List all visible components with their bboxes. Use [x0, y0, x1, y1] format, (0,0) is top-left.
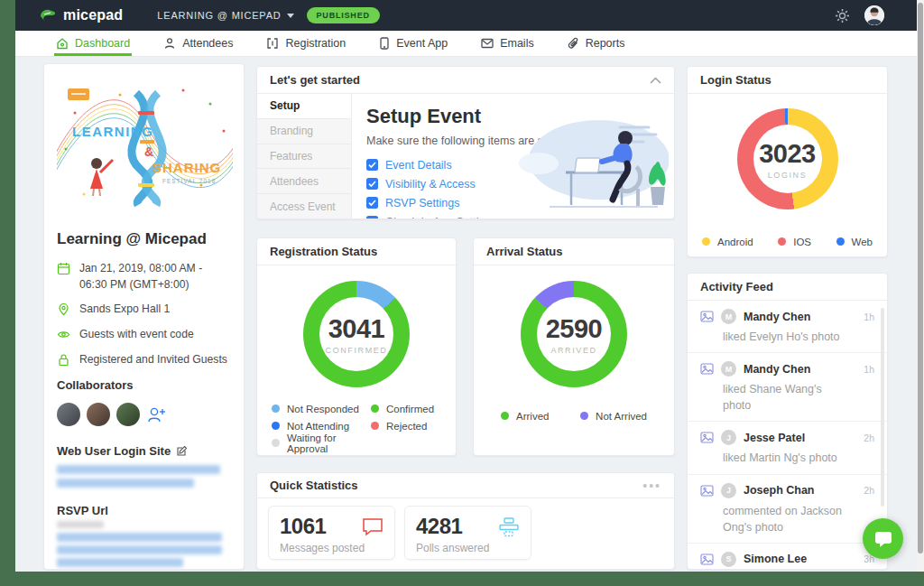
- collaborator-avatar[interactable]: [116, 403, 140, 426]
- user-avatar[interactable]: [864, 5, 884, 25]
- feed-item[interactable]: J Jesse Patel 2h liked Martin Ng's photo: [688, 422, 887, 474]
- page-scrollbar[interactable]: [917, 0, 924, 572]
- legend-label: Arrived: [516, 411, 549, 422]
- get-started-card: Let's get started SetupBrandingFeaturesA…: [256, 66, 675, 219]
- rsvp-url-redacted[interactable]: [57, 545, 222, 554]
- feed-scrollbar[interactable]: [881, 308, 884, 507]
- rsvp-url-redacted: [57, 521, 104, 528]
- checklist-link[interactable]: Check-In App Settings: [385, 216, 497, 220]
- feed-user-name: Mandy Chen: [744, 311, 810, 323]
- event-datetime-text: Jan 21, 2019, 08:00 AM - 06:30 PM (GMT+8…: [79, 261, 231, 293]
- tab-reports[interactable]: Reports: [566, 31, 627, 56]
- feed-action-text: commented on Jackson Ong's photo: [723, 503, 849, 535]
- banner-festival-label: FESTIVAL 2018: [162, 178, 216, 184]
- logins-label: LOGINS: [768, 171, 808, 180]
- phone-icon: [379, 37, 390, 50]
- stat-surveys-collected: 1598 Surveys collected: [268, 569, 395, 570]
- event-visibility: Guests with event code: [57, 327, 231, 343]
- legend-item: Waiting for Approval: [272, 434, 371, 451]
- tab-label: Attendees: [182, 37, 233, 50]
- collapse-chevron-icon[interactable]: [650, 77, 661, 84]
- feed-item[interactable]: M Mandy Chen 1h liked Shane Wang's photo: [688, 353, 887, 422]
- checked-checkbox-icon[interactable]: [366, 178, 378, 190]
- feed-user-name: Mandy Chen: [744, 363, 810, 376]
- arrival-status-title: Arrival Status: [486, 245, 563, 258]
- legend-item: Not Arrived: [580, 407, 647, 424]
- setup-illustration: [513, 107, 669, 214]
- setup-tab[interactable]: Attendees: [257, 169, 351, 194]
- edit-icon[interactable]: [176, 445, 188, 457]
- scrollbar-thumb[interactable]: [918, 3, 923, 553]
- event-access: Registered and Invited Guests: [57, 352, 231, 368]
- setup-tab[interactable]: Features: [257, 144, 351, 170]
- tab-emails[interactable]: Emails: [479, 31, 536, 56]
- tab-dashboard[interactable]: Dashboard: [54, 31, 132, 56]
- legend-item: Not Responded: [272, 400, 371, 417]
- feed-action-text: liked Shane Wang's photo: [723, 381, 849, 414]
- paperclip-icon: [568, 37, 579, 50]
- feed-item[interactable]: M Mandy Chen 1h liked Evelyn Ho's photo: [688, 301, 887, 353]
- legend-dot: [272, 422, 280, 430]
- stat-tile-cutoff: [404, 569, 531, 570]
- feed-avatar: M: [721, 309, 736, 324]
- tab-event-app[interactable]: Event App: [377, 31, 449, 56]
- event-access-text: Registered and Invited Guests: [79, 352, 227, 368]
- checked-checkbox-icon[interactable]: [366, 216, 378, 219]
- stat-label: Polls answered: [416, 542, 520, 554]
- photo-icon: [700, 311, 714, 322]
- checklist-link[interactable]: Visibility & Access: [385, 178, 476, 191]
- legend-item: Android: [702, 233, 753, 250]
- rsvp-url-redacted[interactable]: [57, 533, 222, 542]
- more-menu-icon[interactable]: •••: [642, 481, 661, 490]
- photo-icon: [700, 553, 714, 565]
- checked-checkbox-icon[interactable]: [366, 197, 378, 209]
- stat-polls-answered: 4281 Polls answered: [404, 506, 531, 560]
- feed-action-text: liked Martin Ng's photo: [723, 450, 849, 466]
- rsvp-url-redacted[interactable]: [57, 558, 183, 567]
- event-selector-label: LEARNING @ MICEPAD: [157, 10, 281, 21]
- event-visibility-text: Guests with event code: [79, 327, 194, 343]
- gear-icon[interactable]: [835, 8, 850, 23]
- tab-label: Registration: [285, 37, 346, 50]
- published-badge: PUBLISHED: [307, 7, 380, 23]
- setup-tab[interactable]: Setup: [257, 94, 351, 119]
- legend-label: Not Attending: [287, 421, 349, 432]
- web-login-url-redacted[interactable]: [57, 465, 220, 474]
- arrived-count: 2590: [546, 314, 603, 344]
- legend-dot: [580, 412, 588, 420]
- legend-dot: [272, 439, 280, 447]
- banner-word-sharing: SHARING: [152, 160, 221, 175]
- feed-item[interactable]: S Simone Lee 3h posted a new photo at Da…: [688, 544, 887, 570]
- legend-dot: [836, 237, 845, 246]
- checklist-link[interactable]: RSVP Settings: [385, 197, 459, 209]
- tab-attendees[interactable]: Attendees: [162, 31, 235, 56]
- setup-tabs: SetupBrandingFeaturesAttendeesAccess Eve…: [257, 94, 352, 219]
- checked-checkbox-icon[interactable]: [366, 159, 378, 171]
- setup-tab[interactable]: Access Event: [257, 194, 351, 219]
- web-login-url-redacted[interactable]: [57, 479, 194, 488]
- collaborators: [57, 403, 231, 426]
- feed-item[interactable]: J Joseph Chan 2h commented on Jackson On…: [688, 475, 887, 544]
- tab-registration[interactable]: Registration: [264, 31, 347, 56]
- login-status-card: Login Status 3023 LOGINS AndroidIOSWeb: [687, 66, 888, 257]
- setup-tab[interactable]: Branding: [257, 119, 351, 144]
- envelope-icon: [481, 38, 494, 49]
- topbar: micepad LEARNING @ MICEPAD PUBLISHED: [15, 0, 917, 31]
- collaborator-avatar[interactable]: [87, 403, 110, 426]
- event-location-text: Sands Expo Hall 1: [79, 302, 170, 318]
- feed-action-text: liked Evelyn Ho's photo: [723, 329, 849, 345]
- legend-label: Confirmed: [386, 404, 434, 414]
- chat-widget-icon: [873, 530, 893, 548]
- checklist-link[interactable]: Event Details: [385, 159, 452, 172]
- legend-item: Confirmed: [371, 400, 441, 417]
- photo-icon: [700, 432, 714, 443]
- event-selector[interactable]: LEARNING @ MICEPAD: [157, 10, 293, 21]
- add-collaborator-icon[interactable]: [146, 405, 168, 423]
- event-datetime: Jan 21, 2019, 08:00 AM - 06:30 PM (GMT+8…: [57, 261, 231, 293]
- home-icon: [56, 37, 69, 50]
- chat-widget-button[interactable]: [863, 518, 903, 559]
- person-icon: [163, 37, 176, 50]
- stat-label: Messages posted: [280, 542, 383, 554]
- legend-dot: [272, 405, 280, 413]
- collaborator-avatar[interactable]: [57, 403, 80, 426]
